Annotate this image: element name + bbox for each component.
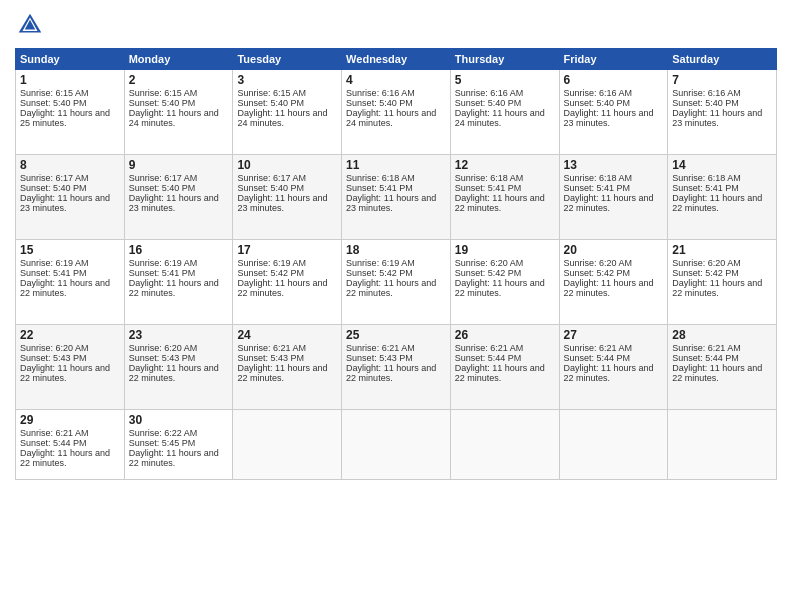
sunset: Sunset: 5:44 PM <box>564 353 664 363</box>
sunset: Sunset: 5:41 PM <box>564 183 664 193</box>
logo <box>15 10 49 40</box>
sunset: Sunset: 5:41 PM <box>20 268 120 278</box>
calendar-header-row: Sunday Monday Tuesday Wednesday Thursday… <box>16 49 777 70</box>
table-row: 15 Sunrise: 6:19 AM Sunset: 5:41 PM Dayl… <box>16 240 125 325</box>
col-monday: Monday <box>124 49 233 70</box>
sunrise: Sunrise: 6:18 AM <box>672 173 772 183</box>
day-number: 23 <box>129 328 229 342</box>
sunset: Sunset: 5:41 PM <box>455 183 555 193</box>
table-row: 29 Sunrise: 6:21 AM Sunset: 5:44 PM Dayl… <box>16 410 125 480</box>
col-friday: Friday <box>559 49 668 70</box>
table-row: 5 Sunrise: 6:16 AM Sunset: 5:40 PM Dayli… <box>450 70 559 155</box>
sunset: Sunset: 5:40 PM <box>20 98 120 108</box>
table-row: 17 Sunrise: 6:19 AM Sunset: 5:42 PM Dayl… <box>233 240 342 325</box>
sunset: Sunset: 5:42 PM <box>455 268 555 278</box>
sunset: Sunset: 5:45 PM <box>129 438 229 448</box>
daylight: Daylight: 11 hours and 23 minutes. <box>237 193 337 213</box>
daylight: Daylight: 11 hours and 22 minutes. <box>564 363 664 383</box>
sunset: Sunset: 5:42 PM <box>346 268 446 278</box>
sunrise: Sunrise: 6:16 AM <box>564 88 664 98</box>
day-number: 4 <box>346 73 446 87</box>
sunset: Sunset: 5:44 PM <box>20 438 120 448</box>
sunset: Sunset: 5:40 PM <box>346 98 446 108</box>
day-number: 22 <box>20 328 120 342</box>
day-number: 3 <box>237 73 337 87</box>
table-row: 11 Sunrise: 6:18 AM Sunset: 5:41 PM Dayl… <box>342 155 451 240</box>
daylight: Daylight: 11 hours and 24 minutes. <box>455 108 555 128</box>
daylight: Daylight: 11 hours and 22 minutes. <box>564 193 664 213</box>
sunset: Sunset: 5:42 PM <box>564 268 664 278</box>
sunset: Sunset: 5:40 PM <box>237 183 337 193</box>
empty-cell <box>450 410 559 480</box>
table-row: 12 Sunrise: 6:18 AM Sunset: 5:41 PM Dayl… <box>450 155 559 240</box>
sunset: Sunset: 5:43 PM <box>237 353 337 363</box>
table-row: 24 Sunrise: 6:21 AM Sunset: 5:43 PM Dayl… <box>233 325 342 410</box>
daylight: Daylight: 11 hours and 22 minutes. <box>455 278 555 298</box>
week-row: 29 Sunrise: 6:21 AM Sunset: 5:44 PM Dayl… <box>16 410 777 480</box>
sunrise: Sunrise: 6:17 AM <box>20 173 120 183</box>
sunrise: Sunrise: 6:20 AM <box>129 343 229 353</box>
empty-cell <box>559 410 668 480</box>
sunrise: Sunrise: 6:19 AM <box>20 258 120 268</box>
sunrise: Sunrise: 6:17 AM <box>129 173 229 183</box>
sunrise: Sunrise: 6:15 AM <box>129 88 229 98</box>
sunrise: Sunrise: 6:20 AM <box>20 343 120 353</box>
sunrise: Sunrise: 6:21 AM <box>672 343 772 353</box>
day-number: 24 <box>237 328 337 342</box>
sunrise: Sunrise: 6:18 AM <box>564 173 664 183</box>
day-number: 28 <box>672 328 772 342</box>
sunrise: Sunrise: 6:19 AM <box>237 258 337 268</box>
empty-cell <box>342 410 451 480</box>
table-row: 2 Sunrise: 6:15 AM Sunset: 5:40 PM Dayli… <box>124 70 233 155</box>
sunset: Sunset: 5:41 PM <box>346 183 446 193</box>
sunrise: Sunrise: 6:16 AM <box>672 88 772 98</box>
sunrise: Sunrise: 6:16 AM <box>455 88 555 98</box>
day-number: 21 <box>672 243 772 257</box>
sunrise: Sunrise: 6:21 AM <box>20 428 120 438</box>
sunrise: Sunrise: 6:20 AM <box>455 258 555 268</box>
daylight: Daylight: 11 hours and 22 minutes. <box>20 363 120 383</box>
table-row: 27 Sunrise: 6:21 AM Sunset: 5:44 PM Dayl… <box>559 325 668 410</box>
daylight: Daylight: 11 hours and 25 minutes. <box>20 108 120 128</box>
sunset: Sunset: 5:44 PM <box>455 353 555 363</box>
table-row: 16 Sunrise: 6:19 AM Sunset: 5:41 PM Dayl… <box>124 240 233 325</box>
table-row: 14 Sunrise: 6:18 AM Sunset: 5:41 PM Dayl… <box>668 155 777 240</box>
sunrise: Sunrise: 6:18 AM <box>346 173 446 183</box>
sunset: Sunset: 5:40 PM <box>455 98 555 108</box>
empty-cell <box>668 410 777 480</box>
daylight: Daylight: 11 hours and 22 minutes. <box>237 363 337 383</box>
sunset: Sunset: 5:40 PM <box>672 98 772 108</box>
table-row: 6 Sunrise: 6:16 AM Sunset: 5:40 PM Dayli… <box>559 70 668 155</box>
day-number: 26 <box>455 328 555 342</box>
table-row: 19 Sunrise: 6:20 AM Sunset: 5:42 PM Dayl… <box>450 240 559 325</box>
daylight: Daylight: 11 hours and 24 minutes. <box>129 108 229 128</box>
sunset: Sunset: 5:44 PM <box>672 353 772 363</box>
day-number: 6 <box>564 73 664 87</box>
sunset: Sunset: 5:40 PM <box>20 183 120 193</box>
sunset: Sunset: 5:40 PM <box>129 183 229 193</box>
day-number: 18 <box>346 243 446 257</box>
table-row: 8 Sunrise: 6:17 AM Sunset: 5:40 PM Dayli… <box>16 155 125 240</box>
table-row: 3 Sunrise: 6:15 AM Sunset: 5:40 PM Dayli… <box>233 70 342 155</box>
sunset: Sunset: 5:40 PM <box>564 98 664 108</box>
sunrise: Sunrise: 6:15 AM <box>237 88 337 98</box>
table-row: 9 Sunrise: 6:17 AM Sunset: 5:40 PM Dayli… <box>124 155 233 240</box>
sunset: Sunset: 5:41 PM <box>129 268 229 278</box>
daylight: Daylight: 11 hours and 23 minutes. <box>672 108 772 128</box>
day-number: 30 <box>129 413 229 427</box>
sunrise: Sunrise: 6:22 AM <box>129 428 229 438</box>
table-row: 23 Sunrise: 6:20 AM Sunset: 5:43 PM Dayl… <box>124 325 233 410</box>
sunrise: Sunrise: 6:21 AM <box>564 343 664 353</box>
logo-icon <box>15 10 45 40</box>
day-number: 20 <box>564 243 664 257</box>
table-row: 13 Sunrise: 6:18 AM Sunset: 5:41 PM Dayl… <box>559 155 668 240</box>
table-row: 21 Sunrise: 6:20 AM Sunset: 5:42 PM Dayl… <box>668 240 777 325</box>
daylight: Daylight: 11 hours and 22 minutes. <box>129 448 229 468</box>
day-number: 15 <box>20 243 120 257</box>
table-row: 26 Sunrise: 6:21 AM Sunset: 5:44 PM Dayl… <box>450 325 559 410</box>
daylight: Daylight: 11 hours and 22 minutes. <box>20 448 120 468</box>
sunrise: Sunrise: 6:15 AM <box>20 88 120 98</box>
sunset: Sunset: 5:43 PM <box>129 353 229 363</box>
daylight: Daylight: 11 hours and 23 minutes. <box>346 193 446 213</box>
day-number: 2 <box>129 73 229 87</box>
